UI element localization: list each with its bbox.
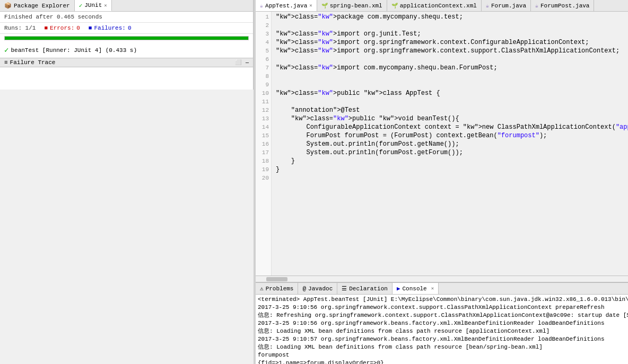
line-numbers: 1234567891011121314151617181920: [256, 12, 272, 276]
code-line: "kw">class="kw">package com.mycompany.sh…: [276, 13, 624, 21]
progress-bar: [5, 37, 248, 40]
tab-forum-java[interactable]: ☕ Forum.java: [482, 0, 531, 11]
console-line: <terminated> AppTest.beanTest [JUnit] E:…: [258, 296, 626, 304]
console-line: 信息: Refreshing org.springframework.conte…: [258, 312, 626, 319]
forumpost-java-icon: ☕: [535, 3, 538, 9]
ide-container: 📦 Package Explorer ✓ JUnit ✕ Finished af…: [0, 0, 628, 364]
tab-console[interactable]: ▶ Console ✕: [392, 283, 439, 294]
forum-java-icon: ☕: [486, 3, 489, 9]
main-area: 📦 Package Explorer ✓ JUnit ✕ Finished af…: [0, 0, 628, 364]
console-label: Console: [403, 286, 427, 292]
console-line: 2017-3-25 9:10:56 org.springframework.be…: [258, 319, 626, 327]
errors-text: Errors:: [50, 25, 74, 31]
bottom-tabs: ⚠ Problems @ Javadoc ☰ Declaration ▶ Con…: [256, 283, 628, 295]
code-line: System.out.println(forumPost.getName());: [276, 140, 624, 148]
failures-label: ■ Failures: 0: [89, 25, 132, 31]
scroll-thumb[interactable]: [266, 277, 287, 281]
line-num-20: 20: [256, 174, 271, 182]
problems-icon: ⚠: [260, 285, 264, 292]
code-line: "kw">class="kw">public "kw">void beanTes…: [276, 114, 624, 123]
line-num-8: 8: [256, 72, 271, 81]
spring-bean-tab-label: spring-bean.xml: [330, 3, 382, 9]
tab-declaration[interactable]: ☰ Declaration: [337, 283, 392, 294]
failure-trace-header: ≡ Failure Trace ⬜ —: [0, 58, 253, 67]
tab-forumpost-java[interactable]: ☕ ForumPost.java: [531, 0, 594, 11]
failure-trace-panel: ≡ Failure Trace ⬜ —: [0, 58, 253, 90]
console-close-icon[interactable]: ✕: [431, 286, 434, 291]
declaration-label: Declaration: [349, 286, 388, 292]
forum-tab-label: Forum.java: [491, 3, 526, 9]
console-line: 信息: Loading XML bean definitions from cl…: [258, 327, 626, 335]
line-num-12: 12: [256, 106, 271, 114]
tab-javadoc[interactable]: @ Javadoc: [298, 283, 337, 294]
code-line: [276, 81, 624, 89]
junit-runs-bar: Runs: 1/1 ■ Errors: 0 ■ Failures: 0: [0, 23, 253, 34]
console-line: {fid=>1,name=>forum,displayOrder=>0}: [258, 359, 626, 364]
line-num-2: 2: [256, 21, 271, 30]
line-num-13: 13: [256, 114, 271, 123]
line-num-1: 1: [256, 13, 271, 21]
tab-spring-bean-xml[interactable]: 🌱 spring-bean.xml: [317, 0, 387, 11]
line-num-19: 19: [256, 165, 271, 174]
javadoc-label: Javadoc: [308, 286, 333, 292]
code-line: [276, 72, 624, 81]
test-item-label: beanTest [Runner: JUnit 4] (0.433 s): [11, 47, 137, 54]
tab-package-explorer[interactable]: 📦 Package Explorer: [0, 0, 75, 11]
line-num-7: 7: [256, 64, 271, 72]
code-line: "kw">class="kw">import org.springframewo…: [276, 47, 624, 55]
console-line: forumpost: [258, 351, 626, 359]
code-line: [276, 174, 624, 182]
line-num-9: 9: [256, 81, 271, 89]
failure-trace-minimize-icon[interactable]: —: [246, 60, 249, 66]
line-num-14: 14: [256, 123, 271, 131]
tab-junit[interactable]: ✓ JUnit ✕: [75, 0, 112, 11]
code-line: "kw">class="kw">import org.springframewo…: [276, 38, 624, 47]
left-panel-wrapper: 📦 Package Explorer ✓ JUnit ✕ Finished af…: [0, 0, 254, 364]
junit-close-icon[interactable]: ✕: [104, 3, 107, 8]
test-item[interactable]: ✓ beanTest [Runner: JUnit 4] (0.433 s): [2, 45, 251, 56]
failure-icon: ■: [89, 25, 92, 31]
error-icon: ■: [44, 25, 48, 31]
tab-apptest-java[interactable]: ☕ AppTest.java ✕: [256, 0, 317, 11]
forumpost-tab-label: ForumPost.java: [540, 3, 589, 9]
failure-trace-label: Failure Trace: [10, 59, 56, 66]
xml-spring-icon: 🌱: [321, 3, 328, 9]
package-explorer-icon: 📦: [4, 2, 12, 9]
problems-label: Problems: [266, 286, 294, 292]
junit-status: Finished after 0.465 seconds: [0, 12, 253, 23]
tab-appcontext-xml[interactable]: 🌱 applicationContext.xml: [387, 0, 482, 11]
code-line: "kw">class="kw">import org.junit.Test;: [276, 30, 624, 38]
left-panel: 📦 Package Explorer ✓ JUnit ✕ Finished af…: [0, 0, 254, 90]
declaration-icon: ☰: [342, 285, 347, 292]
package-explorer-label: Package Explorer: [14, 3, 70, 9]
code-editor: 1234567891011121314151617181920 "kw">cla…: [256, 12, 628, 276]
line-num-18: 18: [256, 157, 271, 165]
code-line: }: [276, 157, 624, 165]
runs-label: Runs: 1/1: [4, 25, 36, 31]
appcontext-tab-label: applicationContext.xml: [400, 3, 477, 9]
line-num-16: 16: [256, 140, 271, 148]
tab-problems[interactable]: ⚠ Problems: [256, 283, 298, 294]
failures-text: Failures:: [94, 25, 125, 31]
code-line: "kw">class="kw">import com.mycompany.she…: [276, 64, 624, 72]
junit-content: Finished after 0.465 seconds Runs: 1/1 ■…: [0, 12, 253, 90]
console-content: <terminated> AppTest.beanTest [JUnit] E:…: [256, 295, 628, 364]
code-line: [276, 97, 624, 106]
java-file-icon: ☕: [260, 3, 263, 9]
code-content[interactable]: "kw">class="kw">package com.mycompany.sh…: [272, 12, 628, 276]
line-num-15: 15: [256, 131, 271, 140]
editor-tabs: ☕ AppTest.java ✕ 🌱 spring-bean.xml 🌱 app…: [256, 0, 628, 12]
failure-trace-maximize-icon[interactable]: ⬜: [235, 59, 241, 66]
failure-trace-icon: ≡: [4, 59, 8, 66]
line-num-3: 3: [256, 30, 271, 38]
failures-value: 0: [128, 25, 132, 31]
horizontal-scrollbar[interactable]: [256, 276, 628, 282]
code-line: }: [276, 165, 624, 174]
console-line: 2017-3-25 9:10:56 org.springframework.co…: [258, 304, 626, 312]
line-num-4: 4: [256, 38, 271, 47]
apptest-tab-close[interactable]: ✕: [309, 3, 312, 8]
console-icon: ▶: [397, 285, 400, 292]
line-num-17: 17: [256, 148, 271, 157]
line-num-11: 11: [256, 97, 271, 106]
xml-appcontext-icon: 🌱: [391, 3, 398, 9]
